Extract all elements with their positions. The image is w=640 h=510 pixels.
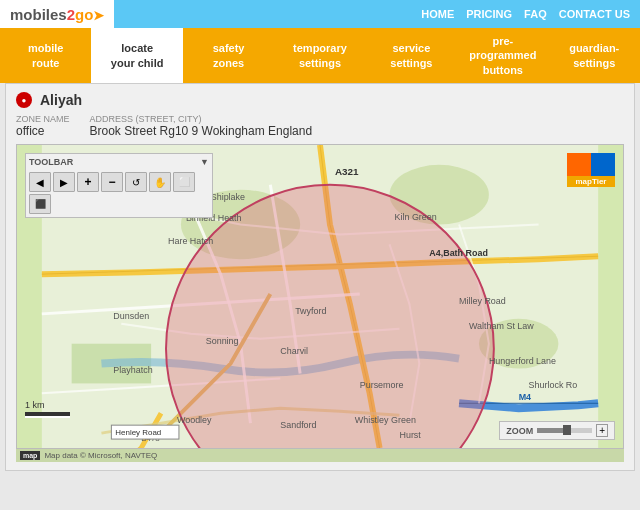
svg-text:Playhatch: Playhatch	[113, 365, 152, 375]
toolbar-pan-btn[interactable]: ✋	[149, 172, 171, 192]
content-area: ● Aliyah ZONE NAME office ADDRESS (STREE…	[5, 83, 635, 471]
svg-text:Hurst: Hurst	[399, 430, 421, 440]
logo: mobiles2go➤	[0, 0, 114, 28]
child-avatar: ●	[16, 92, 32, 108]
toolbar-buttons: ◀ ▶ + − ↺ ✋ ⬜ ⬛	[29, 172, 209, 214]
nav-safety-zones[interactable]: safety zones	[183, 28, 274, 83]
nav-contact[interactable]: CONTACT US	[559, 8, 630, 20]
zone-address-label: ADDRESS (STREET, CITY)	[90, 114, 313, 124]
nav-pricing[interactable]: PRICING	[466, 8, 512, 20]
toolbar: TOOLBAR ▼ ◀ ▶ + − ↺ ✋ ⬜ ⬛	[25, 153, 213, 218]
nav-mobile-route[interactable]: mobile route	[0, 28, 91, 83]
main-navigation: mobile route locate your child safety zo…	[0, 28, 640, 83]
svg-text:Pursemore: Pursemore	[360, 380, 404, 390]
svg-text:Henley Road: Henley Road	[115, 428, 161, 437]
top-bar: mobiles2go➤ HOME PRICING FAQ CONTACT US	[0, 0, 640, 28]
zone-name-value: office	[16, 124, 70, 138]
svg-text:Kiln Green: Kiln Green	[395, 212, 437, 222]
zone-name-label: ZONE NAME	[16, 114, 70, 124]
zoom-expand-icon[interactable]: +	[596, 424, 608, 437]
nav-temporary-settings[interactable]: temporary settings	[274, 28, 365, 83]
logo-text: mobiles2go➤	[10, 6, 104, 23]
svg-text:M4: M4	[519, 392, 531, 402]
svg-text:A4,Bath Road: A4,Bath Road	[429, 248, 488, 258]
nav-faq[interactable]: FAQ	[524, 8, 547, 20]
toolbar-zoom-in-btn[interactable]: +	[77, 172, 99, 192]
toolbar-select-btn[interactable]: ⬜	[173, 172, 195, 192]
svg-text:B3018: B3018	[380, 446, 404, 448]
svg-text:Hungerford Lane: Hungerford Lane	[489, 356, 556, 366]
zone-address-value: Brook Street Rg10 9 Wokingham England	[90, 124, 313, 138]
nav-guardian-settings[interactable]: guardian- settings	[549, 28, 640, 83]
nav-pre-programmed-buttons[interactable]: pre-programmed buttons	[457, 28, 548, 83]
map-scale: 1 km	[25, 397, 70, 418]
svg-text:Whistley Green: Whistley Green	[355, 415, 416, 425]
svg-text:Waltham St Law: Waltham St Law	[469, 321, 534, 331]
svg-text:Charvil: Charvil	[280, 346, 308, 356]
map-logo-small: map	[20, 451, 40, 460]
scale-label: 1 km	[25, 400, 45, 410]
svg-text:A321: A321	[335, 166, 359, 177]
svg-text:Shurlock Ro: Shurlock Ro	[529, 380, 578, 390]
toolbar-layers-btn[interactable]: ⬛	[29, 194, 51, 214]
toolbar-back-btn[interactable]: ◀	[29, 172, 51, 192]
svg-text:Sandford: Sandford	[280, 420, 316, 430]
svg-text:Woodley: Woodley	[177, 415, 212, 425]
svg-text:Shiplake: Shiplake	[211, 192, 245, 202]
zoom-label: ZOOM	[506, 426, 533, 436]
zoom-slider[interactable]	[537, 428, 592, 433]
svg-text:Milley Road: Milley Road	[459, 296, 506, 306]
zoom-fill	[537, 428, 565, 433]
map-attribution: map Map data © Microsoft, NAVTEQ	[16, 449, 624, 462]
attribution-text: Map data © Microsoft, NAVTEQ	[44, 451, 157, 460]
svg-text:Dunsden: Dunsden	[113, 311, 149, 321]
zoom-control[interactable]: ZOOM +	[499, 421, 615, 440]
zoom-handle[interactable]	[563, 425, 571, 435]
toolbar-refresh-btn[interactable]: ↺	[125, 172, 147, 192]
toolbar-title: TOOLBAR ▼	[29, 157, 209, 167]
map-container[interactable]: A321 A4,Bath Road M4 A3290 Binfield Heat…	[16, 144, 624, 449]
child-header: ● Aliyah	[16, 92, 624, 108]
nav-locate-your-child[interactable]: locate your child	[91, 28, 182, 83]
zone-info: ZONE NAME office ADDRESS (STREET, CITY) …	[16, 114, 624, 138]
map-provider-logo: mapTier	[567, 153, 615, 187]
toolbar-forward-btn[interactable]: ▶	[53, 172, 75, 192]
child-name: Aliyah	[40, 92, 82, 108]
svg-text:Twyford: Twyford	[295, 306, 326, 316]
nav-service-settings[interactable]: service settings	[366, 28, 457, 83]
nav-home[interactable]: HOME	[421, 8, 454, 20]
toolbar-zoom-out-btn[interactable]: −	[101, 172, 123, 192]
svg-text:Hare Hatch: Hare Hatch	[168, 236, 213, 246]
svg-text:Sonning: Sonning	[206, 336, 239, 346]
toolbar-expand-icon[interactable]: ▼	[200, 157, 209, 167]
top-navigation: HOME PRICING FAQ CONTACT US	[114, 0, 640, 28]
